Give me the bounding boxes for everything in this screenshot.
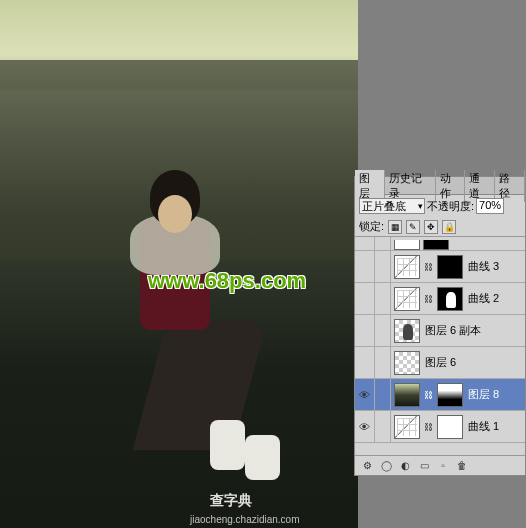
mask-thumb xyxy=(437,383,463,407)
blend-mode-value: 正片叠底 xyxy=(362,199,406,214)
visibility-toggle[interactable] xyxy=(355,283,375,314)
trash-icon[interactable]: 🗑 xyxy=(454,459,470,473)
layer-name-label: 图层 8 xyxy=(466,387,499,402)
layer-row-partial[interactable] xyxy=(355,237,525,251)
figure-silhouette xyxy=(70,170,250,470)
lock-pixels-icon[interactable]: ✎ xyxy=(406,220,420,234)
fx-icon[interactable]: ⚙ xyxy=(359,459,375,473)
link-col[interactable] xyxy=(375,379,391,410)
curves-thumb-icon xyxy=(394,415,420,439)
folder-icon[interactable]: ▭ xyxy=(416,459,432,473)
visibility-toggle[interactable]: 👁 xyxy=(355,411,375,442)
blend-opacity-row: 正片叠底 不透明度: 70% xyxy=(355,195,525,217)
link-col[interactable] xyxy=(375,347,391,378)
layer-row-layer6[interactable]: 图层 6 xyxy=(355,347,525,379)
link-col[interactable] xyxy=(375,251,391,282)
visibility-toggle[interactable] xyxy=(355,315,375,346)
mask-thumb xyxy=(437,415,463,439)
mask-link-icon[interactable]: ⛓ xyxy=(424,262,433,272)
watermark-url: www.68ps.com xyxy=(148,268,306,294)
watermark-domain: jiaocheng.chazidian.com xyxy=(190,514,300,525)
new-layer-icon[interactable]: ▫ xyxy=(435,459,451,473)
pasteboard-area xyxy=(358,0,526,176)
layer-name-label: 曲线 3 xyxy=(466,259,499,274)
opacity-label: 不透明度: xyxy=(427,199,474,214)
mask-thumb xyxy=(437,255,463,279)
canvas-area: www.68ps.com 查字典 jiaocheng.chazidian.com xyxy=(0,0,358,528)
mask-icon[interactable]: ◯ xyxy=(378,459,394,473)
mask-link-icon[interactable]: ⛓ xyxy=(424,390,433,400)
visibility-toggle[interactable] xyxy=(355,347,375,378)
link-col[interactable] xyxy=(375,411,391,442)
lock-position-icon[interactable]: ✥ xyxy=(424,220,438,234)
layer-row-curves1[interactable]: 👁 ⛓ 曲线 1 xyxy=(355,411,525,443)
eye-icon: 👁 xyxy=(358,390,372,400)
layer-list: ⛓ 曲线 3 ⛓ 曲线 2 图层 6 副本 xyxy=(355,237,525,455)
adjustment-icon[interactable]: ◐ xyxy=(397,459,413,473)
curves-thumb-icon xyxy=(394,255,420,279)
curves-thumb-icon xyxy=(394,287,420,311)
layer-name-label: 曲线 1 xyxy=(466,419,499,434)
eye-icon: 👁 xyxy=(358,422,372,432)
lock-transparent-icon[interactable]: ▦ xyxy=(388,220,402,234)
visibility-toggle[interactable] xyxy=(355,251,375,282)
mask-link-icon[interactable]: ⛓ xyxy=(424,422,433,432)
mask-link-icon[interactable]: ⛓ xyxy=(424,294,433,304)
link-col[interactable] xyxy=(375,283,391,314)
opacity-input[interactable]: 70% xyxy=(476,198,504,214)
layer-name-label: 图层 6 xyxy=(423,355,456,370)
layer-row-layer8[interactable]: 👁 ⛓ 图层 8 xyxy=(355,379,525,411)
panel-bottom-toolbar: ⚙ ◯ ◐ ▭ ▫ 🗑 xyxy=(355,455,525,475)
layer-thumb xyxy=(394,383,420,407)
visibility-toggle[interactable]: 👁 xyxy=(355,379,375,410)
layer-name-label: 图层 6 副本 xyxy=(423,323,481,338)
layer-row-curves2[interactable]: ⛓ 曲线 2 xyxy=(355,283,525,315)
blend-mode-select[interactable]: 正片叠底 xyxy=(359,198,425,214)
layer-thumb xyxy=(394,351,420,375)
lock-row: 锁定: ▦ ✎ ✥ 🔒 xyxy=(355,217,525,237)
panel-tab-bar: 图层 历史记录 动作 通道 路径 xyxy=(355,177,525,195)
lock-all-icon[interactable]: 🔒 xyxy=(442,220,456,234)
layer-name-label: 曲线 2 xyxy=(466,291,499,306)
layers-panel: 图层 历史记录 动作 通道 路径 正片叠底 不透明度: 70% 锁定: ▦ ✎ … xyxy=(354,176,526,476)
watermark-brand: 查字典 xyxy=(210,492,252,510)
mask-thumb xyxy=(437,287,463,311)
layer-thumb xyxy=(394,319,420,343)
link-col[interactable] xyxy=(375,315,391,346)
lock-label: 锁定: xyxy=(359,219,384,234)
layer-row-curves3[interactable]: ⛓ 曲线 3 xyxy=(355,251,525,283)
layer-row-layer6-copy[interactable]: 图层 6 副本 xyxy=(355,315,525,347)
